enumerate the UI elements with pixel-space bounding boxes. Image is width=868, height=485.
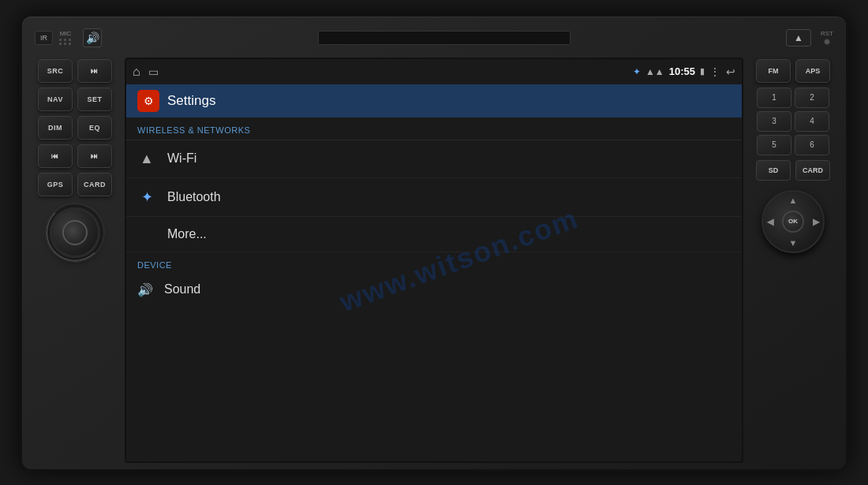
top-left-controls: IR MIC 🔊 [35,28,102,47]
nav-button[interactable]: NAV [38,88,73,111]
rst-area: RST [821,30,833,45]
card-button[interactable]: CARD [77,173,112,196]
rst-label: RST [821,30,833,37]
menu-dots-icon[interactable]: ⋮ [709,65,721,78]
nav-left-button[interactable]: ◀ [767,216,773,226]
sd-button[interactable]: SD [756,160,791,181]
top-right-controls: ▲ RST [786,29,833,47]
eq-button[interactable]: EQ [77,116,112,140]
prev-button[interactable]: ⏮ [38,144,73,168]
num-btn-2[interactable]: 2 [795,88,829,108]
number-grid: 1 2 3 4 5 6 [757,88,829,155]
left-panel: SRC ⏭ NAV SET DIM EQ ⏮ ⏭ GPS CARD [32,58,118,463]
more-menu-item[interactable]: More... [126,217,742,252]
gps-button[interactable]: GPS [38,173,73,196]
num-btn-3[interactable]: 3 [757,111,791,132]
bluetooth-menu-icon: ✦ [137,188,156,206]
card-right-button[interactable]: CARD [795,160,830,181]
power-knob[interactable] [50,207,100,258]
menu-list: WIRELESS & NETWORKS ▲ Wi-Fi ✦ Bluetooth … [126,118,742,461]
btn-row-4: ⏮ ⏭ [32,144,118,168]
ir-mic-area: IR MIC [35,30,72,45]
status-icons-left: ⌂ ▭ [133,65,159,79]
settings-icon: ⚙ [144,95,154,107]
mic-dots [59,39,72,45]
sound-menu-text: Sound [164,282,200,297]
mic-label: MIC [60,30,72,37]
sound-menu-icon: 🔊 [137,282,153,297]
ok-button[interactable]: OK [782,211,804,233]
num-btn-1[interactable]: 1 [757,88,791,108]
top-strip: IR MIC 🔊 ▲ RST [32,23,836,53]
btn-row-3: DIM EQ [32,116,118,140]
skip-fwd-button[interactable]: ⏭ [77,59,112,83]
dim-button[interactable]: DIM [38,116,73,140]
src-button[interactable]: SRC [38,59,73,83]
back-icon[interactable]: ↩ [726,65,735,78]
screen: ⌂ ▭ ✦ ▲▲ 10:55 ▮ ⋮ ↩ ⚙ [125,58,743,463]
btn-row-2: NAV SET [32,88,118,111]
aps-button[interactable]: APS [795,59,830,83]
nav-down-button[interactable]: ▼ [789,238,798,248]
time-display: 10:55 [669,65,695,77]
wifi-menu-item[interactable]: ▲ Wi-Fi [126,140,742,178]
bluetooth-menu-text: Bluetooth [167,190,221,204]
power-area [32,207,118,258]
status-icons-right: ✦ ▲▲ 10:55 ▮ ⋮ ↩ [633,65,735,78]
settings-title: Settings [167,93,215,109]
rst-button[interactable] [824,39,830,45]
sd-card-row: SD CARD [756,160,830,181]
wifi-menu-icon: ▲ [137,151,156,167]
set-button[interactable]: SET [77,88,112,111]
eject-button[interactable]: ▲ [786,29,811,47]
device-section-label: DEVICE [126,252,742,274]
fm-button[interactable]: FM [756,59,791,83]
nav-outer: ▲ ▼ ◀ ▶ OK [761,190,825,253]
num-btn-5[interactable]: 5 [757,135,791,155]
battery-icon: ▮ [700,66,705,76]
screen-wrapper: ⌂ ▭ ✦ ▲▲ 10:55 ▮ ⋮ ↩ ⚙ [125,58,743,463]
volume-icon: 🔊 [86,32,99,44]
car-unit: IR MIC 🔊 ▲ RST [20,14,848,472]
main-area: SRC ⏭ NAV SET DIM EQ ⏮ ⏭ GPS CARD [32,58,836,463]
screen-icon[interactable]: ▭ [148,65,159,78]
nav-knob-area: ▲ ▼ ◀ ▶ OK [761,190,825,253]
num-btn-4[interactable]: 4 [795,111,829,132]
settings-header: ⚙ Settings [126,84,742,118]
btn-row-5: GPS CARD [32,173,118,196]
next-button[interactable]: ⏭ [77,144,112,168]
right-panel: FM APS 1 2 3 4 5 6 SD CARD ▲ ▼ ◀ ▶ [750,58,836,463]
btn-row-1: SRC ⏭ [32,59,118,83]
status-bar: ⌂ ▭ ✦ ▲▲ 10:55 ▮ ⋮ ↩ [126,59,742,84]
nav-up-button[interactable]: ▲ [789,196,798,205]
cd-slot [318,31,571,45]
wireless-section-label: WIRELESS & NETWORKS [126,118,742,140]
right-top-row: FM APS [756,59,830,83]
volume-control[interactable]: 🔊 [83,28,102,47]
num-btn-6[interactable]: 6 [795,135,829,155]
ir-label: IR [35,31,53,45]
wifi-menu-text: Wi-Fi [167,151,196,166]
wifi-icon: ▲▲ [645,66,664,77]
home-icon[interactable]: ⌂ [133,65,140,79]
settings-icon-bg: ⚙ [137,90,159,112]
sound-menu-item[interactable]: 🔊 Sound [126,274,742,305]
bluetooth-icon: ✦ [633,66,641,77]
bluetooth-menu-item[interactable]: ✦ Bluetooth [126,178,742,217]
nav-right-button[interactable]: ▶ [813,216,819,226]
more-menu-text: More... [167,227,207,241]
